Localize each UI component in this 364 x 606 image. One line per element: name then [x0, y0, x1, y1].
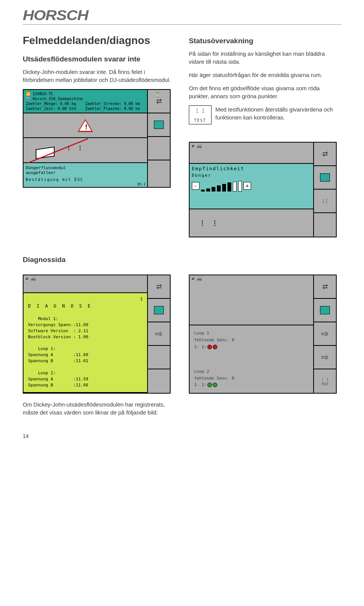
body-text: Med testfunktionen återställs givarvärde…: [215, 105, 341, 121]
left-column: Felmeddelanden/diagnos Utsädesflödesmodu…: [23, 35, 175, 244]
module-icon: [154, 306, 164, 314]
crossed-module-cell: ⁝ ⁝: [24, 138, 147, 163]
diagnose-body: D I A G N O S E1 Modul 1: Versorgungs Sp…: [24, 293, 147, 393]
side-button[interactable]: [148, 369, 170, 393]
body-text: Om Dickey-John-utsädesflödesmodulen har …: [23, 400, 175, 416]
test-icon: TEST: [189, 105, 212, 124]
warning-cell: !: [24, 113, 147, 138]
brand-logo: HORSCH: [23, 8, 364, 24]
section-heading: Statusövervakning: [189, 37, 341, 45]
loop1-cell: Loop 1 fehlende Sens. 0 1- 2: Loop 2 feh…: [190, 325, 313, 393]
module-icon: [320, 173, 330, 182]
sensitivity-cell: Empfindlichkeit Dünger - +: [190, 164, 313, 209]
screen-header: 📶 ISOBUS-TC 🏁 Horsch_ISO_Saemaschine Zae…: [24, 90, 147, 113]
side-button[interactable]: [148, 160, 170, 184]
right-column: Statusövervakning På sidan för inställni…: [189, 35, 341, 244]
page-title: Felmeddelanden/diagnos: [23, 35, 175, 47]
arrow-right-icon: [155, 328, 163, 339]
section-heading: Diagnossida: [23, 256, 341, 264]
side-button[interactable]: [314, 190, 336, 213]
test-icon: TEST: [321, 377, 328, 386]
status-dot-green: [207, 383, 212, 387]
toolbar-cell: ⇄ 🚜: [190, 275, 313, 325]
terminal-screenshot-sensitivity: ⇄ 🚜 Empfindlichkeit Dünger -: [189, 142, 337, 237]
minus-button[interactable]: -: [192, 182, 199, 190]
plus-button[interactable]: +: [243, 182, 251, 190]
toolbar-cell: ⇄ 🚜: [24, 275, 147, 293]
arrow-right-icon: [321, 352, 329, 363]
side-button[interactable]: [314, 322, 336, 346]
page-number: 14: [23, 433, 341, 439]
side-button[interactable]: [314, 143, 336, 166]
status-dot-red: [213, 345, 217, 349]
side-button[interactable]: [314, 275, 336, 299]
side-button[interactable]: [314, 346, 336, 369]
module-icon: [154, 121, 164, 129]
status-dot-green: [213, 383, 217, 387]
header-rule: [23, 24, 341, 25]
side-button[interactable]: TEST: [314, 369, 336, 393]
arrow-right-icon: [321, 328, 329, 339]
side-button[interactable]: [148, 137, 170, 160]
body-text: Här äger statusförfrågan för de enskilda…: [189, 71, 341, 79]
warning-triangle-icon: !: [78, 119, 93, 132]
body-text: Dickey-John-modulen svarar inte. Då finn…: [23, 68, 175, 84]
terminal-screenshot-loops: ⇄ 🚜 Loop 1 fehlende Sens. 0 1- 2: Loop 2…: [189, 275, 337, 394]
terminal-screenshot-diagnose: ⇄ 🚜 D I A G N O S E1 Modul 1: Versorgung…: [23, 275, 171, 394]
side-button[interactable]: [314, 299, 336, 322]
side-button[interactable]: [148, 113, 170, 137]
status-dot-red: [207, 345, 212, 349]
side-button[interactable]: [148, 322, 170, 346]
side-buttons: [147, 90, 170, 187]
side-button[interactable]: [148, 346, 170, 369]
terminal-screenshot-error: 📶 ISOBUS-TC 🏁 Horsch_ISO_Saemaschine Zae…: [23, 89, 171, 188]
side-button[interactable]: [314, 166, 336, 190]
section-heading: Utsädesflödesmodulen svarar inte: [23, 55, 175, 63]
icon-cell: ⁝ ⁝: [190, 209, 313, 237]
side-button[interactable]: [148, 90, 170, 113]
body-text: Om det finns ett gödselflöde visas givar…: [189, 84, 341, 100]
toolbar-cell: ⇄ 🚜: [190, 143, 313, 164]
side-button[interactable]: [148, 275, 170, 299]
module-icon: [320, 306, 330, 314]
body-text: På sidan för inställning av känslighet k…: [189, 50, 341, 66]
side-button[interactable]: [314, 213, 336, 237]
error-message-cell: Düngerflussmodul ausgefallen! Bestätigun…: [24, 163, 147, 187]
side-button[interactable]: [148, 299, 170, 322]
